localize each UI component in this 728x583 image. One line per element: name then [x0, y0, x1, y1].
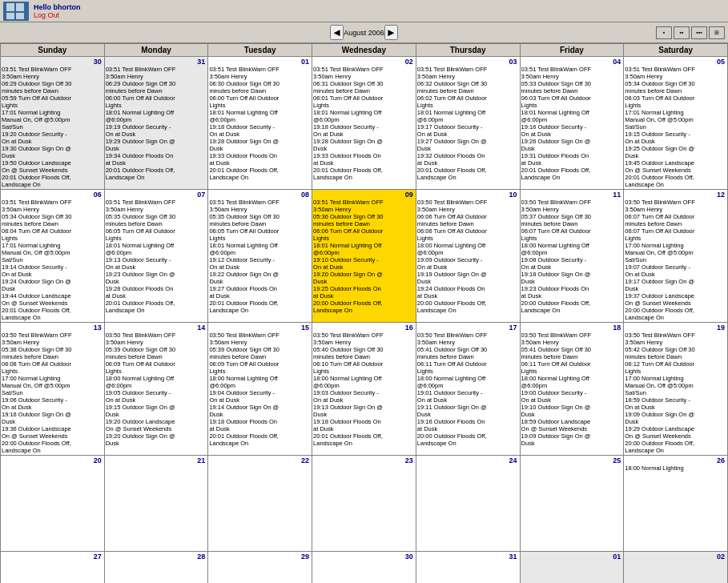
event-item: 3:50am Henry [2, 73, 103, 80]
event-item: Landscape On [2, 447, 103, 454]
event-item: Lights [313, 235, 415, 242]
event-item: 20:01 Outdoor Floods Off, [417, 167, 519, 174]
calendar-cell[interactable]: 0903:51 Test BlinkWarn OFF3:50am Henry05… [312, 190, 416, 323]
calendar-cell[interactable]: 1003:50 Test BlinkWarn OFF3:50am Henry06… [416, 190, 520, 323]
calendar-cell[interactable]: 31 [416, 552, 520, 584]
event-item: 19:01 Outdoor Security - [417, 389, 519, 396]
view-day-button[interactable]: ▪ [656, 26, 672, 39]
calendar-cell[interactable]: 1403:50 Test BlinkWarn OFF3:50am Henry05… [104, 323, 208, 456]
event-item: 03:51 Test BlinkWarn OFF [209, 199, 311, 206]
cell-date-number: 30 [313, 553, 415, 561]
calendar-cell[interactable]: 0603:51 Test BlinkWarn OFF3:50am Henry05… [1, 190, 105, 323]
event-item: Lights [209, 368, 311, 375]
event-item: at Dusk [417, 292, 519, 300]
event-item: 19:29 Outdoor Landscape [625, 425, 726, 432]
calendar-cell[interactable]: 1503:50 Test BlinkWarn OFF3:50am Henry05… [208, 323, 312, 456]
calendar-cell[interactable]: 29 [208, 552, 312, 584]
event-item: 18:00 Normal Lighting Off [313, 375, 415, 382]
calendar-cell[interactable]: 1103:50 Test BlinkWarn OFF3:50am Henry05… [520, 190, 624, 323]
event-item: 3:50am Henry [209, 339, 311, 346]
calendar-cell[interactable]: 21 [104, 456, 208, 552]
next-month-button[interactable]: ► [384, 25, 398, 40]
calendar-cell[interactable]: 0703:51 Test BlinkWarn OFF3:50am Henry05… [104, 190, 208, 323]
cell-date-number: 25 [521, 456, 623, 464]
calendar-cell[interactable]: 1603:50 Test BlinkWarn OFF3:50am Henry05… [312, 323, 416, 456]
event-item: 18:59 Outdoor Security - [625, 396, 726, 404]
view-month-button[interactable]: ▪▪▪ [691, 26, 707, 39]
event-item: 18:00 Normal Lighting Off [521, 242, 623, 249]
calendar-cell[interactable]: 02 [624, 552, 728, 584]
calendar-cell[interactable]: 3103:51 Test BlinkWarn OFF3:50am Henry06… [104, 57, 208, 190]
event-item: Dusk [417, 411, 519, 418]
cell-events: 03:51 Test BlinkWarn OFF3:50am Henry05:3… [2, 199, 103, 321]
event-item: 03:50 Test BlinkWarn OFF [521, 332, 623, 339]
event-item: 19:18 Outdoor Security - [209, 123, 311, 131]
calendar-cell[interactable]: 20 [1, 456, 105, 552]
event-item: Lights [417, 235, 519, 242]
event-item: 03:50 Test BlinkWarn OFF [625, 199, 726, 206]
view-week-button[interactable]: ▪▪ [674, 26, 690, 39]
event-item: 19:22 Outdoor Sign On @ [209, 271, 311, 278]
event-item: 18:59 Outdoor Landscape [521, 418, 623, 425]
event-item: On at Dusk [209, 131, 311, 138]
cell-events: 03:50 Test BlinkWarn OFF3:50am Henry05:3… [2, 332, 103, 454]
event-item: 19:37 Outdoor Landscape [625, 292, 726, 300]
event-item: 05:39 Outdoor Sign Off 30 [106, 346, 207, 353]
prev-month-button[interactable]: ◄ [330, 25, 344, 40]
calendar-cell[interactable]: 01 [520, 552, 624, 584]
cell-events: 03:50 Test BlinkWarn OFF3:50am Henry05:3… [521, 199, 623, 314]
event-item: 19:13 Outdoor Security - [106, 256, 207, 263]
calendar-cell[interactable]: 23 [312, 456, 416, 552]
calendar-cell[interactable]: 1903:50 Test BlinkWarn OFF3:50am Henry05… [624, 323, 728, 456]
calendar-cell[interactable]: 1303:50 Test BlinkWarn OFF3:50am Henry05… [1, 323, 105, 456]
event-item: 19:09 Outdoor Security - [417, 256, 519, 263]
calendar-cell[interactable]: 25 [520, 456, 624, 552]
logout-link[interactable]: Log Out [34, 11, 81, 19]
event-item: 19:10 Outdoor Sign On @ [521, 404, 623, 411]
event-item: 18:01 Normal Lighting Off [313, 242, 415, 249]
event-item: @6:00pm [313, 116, 415, 123]
event-item: Landscape On [417, 174, 519, 181]
calendar-cell[interactable]: 1803:50 Test BlinkWarn OFF3:50am Henry05… [520, 323, 624, 456]
event-item: 19:00 Outdoor Security - [521, 389, 623, 396]
calendar-cell[interactable]: 1703:50 Test BlinkWarn OFF3:50am Henry05… [416, 323, 520, 456]
day-header-tuesday: Tuesday [208, 44, 312, 57]
event-item: 18:00 Normal Lighting [625, 464, 726, 472]
calendar-cell[interactable]: 0403:51 Test BlinkWarn OFF3:50am Henry05… [520, 57, 624, 190]
event-item: 03:50 Test BlinkWarn OFF [313, 332, 415, 339]
event-item: 3:50am Henry [209, 206, 311, 213]
event-item: at Dusk [417, 425, 519, 432]
cell-events: 03:51 Test BlinkWarn OFF3:50am Henry05:3… [209, 199, 311, 314]
event-item: 18:01 Normal Lighting Off [106, 242, 207, 249]
event-item: 20:01 Outdoor Floods Off, [313, 432, 415, 440]
calendar-cell[interactable]: 30 [312, 552, 416, 584]
cell-date-number: 18 [521, 324, 623, 332]
view-year-button[interactable]: ⊞ [709, 26, 725, 39]
event-item: at Dusk [209, 292, 311, 300]
calendar-cell[interactable]: 24 [416, 456, 520, 552]
event-item: On at Dusk [417, 396, 519, 404]
calendar-cell[interactable]: 3003:51 Test BlinkWarn OFF3:50am Henry06… [1, 57, 105, 190]
event-item: 20:01 Outdoor Floods Off, [625, 174, 726, 181]
calendar-cell[interactable]: 22 [208, 456, 312, 552]
calendar-cell[interactable]: 28 [104, 552, 208, 584]
calendar-cell[interactable]: 27 [1, 552, 105, 584]
calendar-cell[interactable]: 0503:51 Test BlinkWarn OFF3:50am Henry05… [624, 57, 728, 190]
event-item: Lights [2, 368, 103, 375]
event-item: On at Dusk [521, 131, 623, 138]
event-item: 3:50am Henry [106, 339, 207, 346]
calendar-cell[interactable]: 0303:51 Test BlinkWarn OFF3:50am Henry06… [416, 57, 520, 190]
calendar-cell[interactable]: 0103:51 Test BlinkWarn OFF3:50am Henry06… [208, 57, 312, 190]
event-item: 06:30 Outdoor Sign Off 30 [209, 80, 311, 87]
event-item: 05:35 Outdoor Sign Off 30 [106, 213, 207, 220]
calendar-cell[interactable]: 1203:50 Test BlinkWarn OFF3:50am Henry06… [624, 190, 728, 323]
event-item: Manual On, Off @5:00pm [2, 249, 103, 256]
calendar-cell[interactable]: 0803:51 Test BlinkWarn OFF3:50am Henry05… [208, 190, 312, 323]
event-item: On @ Sunset Weekends [106, 425, 207, 432]
cell-date-number: 01 [521, 553, 623, 561]
event-item: Lights [625, 102, 726, 109]
calendar-cell[interactable]: 2618:00 Normal Lighting [624, 456, 728, 552]
calendar-cell[interactable]: 0203:51 Test BlinkWarn OFF3:50am Henry06… [312, 57, 416, 190]
event-item: 06:12 Turn Off All Outdoor [625, 360, 726, 368]
event-item: On @ Sunset Weekends [625, 432, 726, 440]
